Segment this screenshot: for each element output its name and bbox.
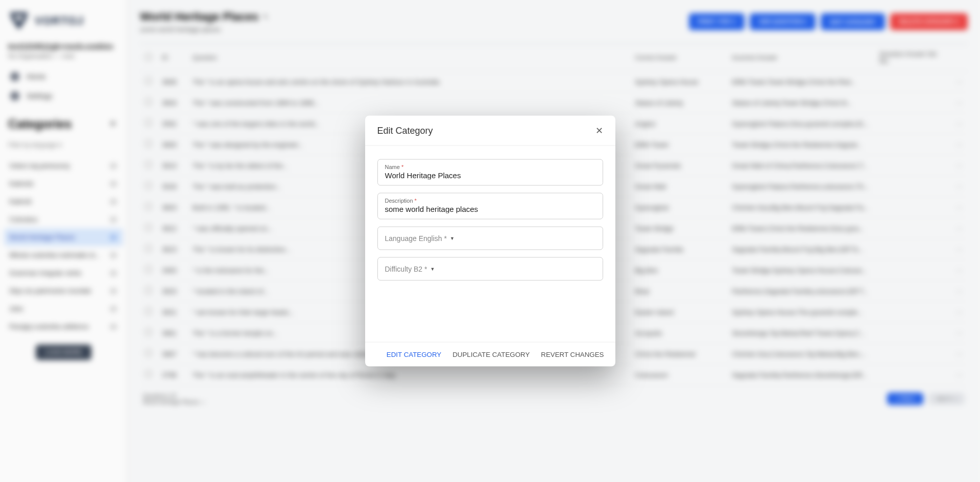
- language-select[interactable]: Language English * ▼: [377, 227, 603, 250]
- edit-category-modal: Edit Category ✕ Name * Description * Lan…: [365, 116, 615, 367]
- difficulty-select-label: Difficulty B2 *: [385, 265, 427, 273]
- chevron-down-icon: ▼: [431, 267, 435, 272]
- description-input[interactable]: [385, 205, 595, 213]
- chevron-down-icon: ▼: [450, 236, 455, 241]
- difficulty-select[interactable]: Difficulty B2 * ▼: [377, 257, 603, 281]
- modal-title: Edit Category: [377, 125, 433, 136]
- modal-duplicate-button[interactable]: DUPLICATE CATEGORY: [452, 351, 530, 358]
- name-field[interactable]: Name *: [377, 159, 603, 186]
- modal-revert-button[interactable]: REVERT CHANGES: [541, 351, 604, 358]
- description-label: Description: [385, 198, 413, 204]
- language-select-label: Language English *: [385, 234, 447, 243]
- name-input[interactable]: [385, 171, 595, 180]
- modal-close-button[interactable]: ✕: [595, 125, 603, 136]
- description-field[interactable]: Description *: [377, 193, 603, 220]
- modal-edit-button[interactable]: EDIT CATEGORY: [387, 351, 441, 358]
- name-label: Name: [385, 164, 400, 170]
